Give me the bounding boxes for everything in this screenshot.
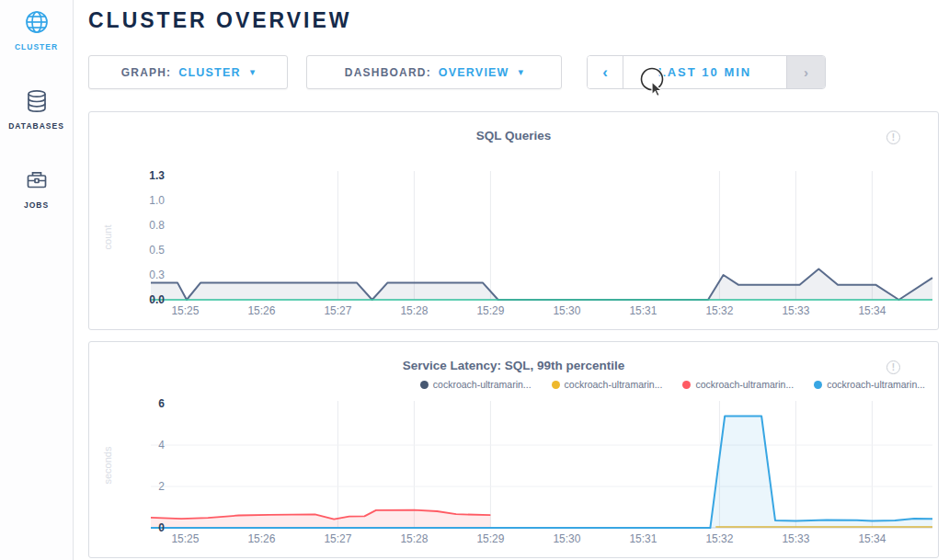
briefcase-icon [0,167,73,197]
chevron-left-icon: ‹ [602,63,608,82]
sidebar-item-label: JOBS [0,200,73,210]
svg-text:15:30: 15:30 [553,304,580,317]
svg-text:2: 2 [158,480,165,493]
svg-text:15:25: 15:25 [171,304,199,317]
svg-text:0.5: 0.5 [149,244,165,257]
sql-queries-chart: 0.00.30.50.81.01.315:2515:2615:2715:2815… [89,112,938,329]
svg-text:15:32: 15:32 [705,304,733,317]
dashboard-dropdown-value: OVERVIEW [439,66,509,79]
svg-text:15:33: 15:33 [782,304,809,317]
svg-text:15:34: 15:34 [858,304,886,317]
svg-text:15:31: 15:31 [629,304,657,317]
svg-text:0.0: 0.0 [149,293,165,306]
service-latency-chart-card: Service Latency: SQL, 99th percentile ! … [88,341,939,558]
sidebar-item-label: CLUSTER [0,42,73,51]
svg-text:15:33: 15:33 [782,532,809,545]
database-icon [0,88,73,118]
graph-dropdown[interactable]: GRAPH: CLUSTER ▾ [88,55,288,89]
chevron-down-icon: ▾ [519,66,524,78]
svg-text:15:28: 15:28 [400,532,428,545]
svg-text:15:26: 15:26 [247,532,275,545]
sidebar: CLUSTER DATABASES JOBS [0,0,74,560]
time-window-selector: ‹ LAST 10 MIN › [587,55,826,89]
svg-text:count: count [102,225,113,250]
svg-text:15:25: 15:25 [171,532,199,545]
svg-text:1.3: 1.3 [149,169,165,182]
svg-text:0.8: 0.8 [149,219,165,232]
sql-queries-chart-card: SQL Queries ! 0.00.30.50.81.01.315:2515:… [88,111,939,330]
dashboard-dropdown-label: DASHBOARD: [345,66,431,79]
chevron-right-icon: › [804,64,808,80]
chevron-down-icon: ▾ [250,66,256,78]
time-window-next-button[interactable]: › [786,56,825,88]
svg-text:0: 0 [158,521,165,534]
controls-bar: GRAPH: CLUSTER ▾ DASHBOARD: OVERVIEW ▾ ‹… [88,55,826,89]
svg-text:15:34: 15:34 [858,532,886,545]
svg-text:15:30: 15:30 [553,532,580,545]
svg-text:15:29: 15:29 [476,532,504,545]
time-window-range-button[interactable]: LAST 10 MIN [623,56,786,88]
page-title: CLUSTER OVERVIEW [88,8,352,33]
svg-text:15:28: 15:28 [400,304,428,317]
dashboard-dropdown[interactable]: DASHBOARD: OVERVIEW ▾ [306,55,562,89]
sidebar-item-label: DATABASES [0,121,73,131]
time-window-range-label: LAST 10 MIN [658,65,751,79]
svg-text:0.3: 0.3 [149,269,165,281]
svg-text:seconds: seconds [102,446,113,484]
svg-text:15:31: 15:31 [629,532,657,545]
service-latency-chart: 024615:2515:2615:2715:2815:2915:3015:311… [89,342,938,557]
graph-dropdown-label: GRAPH: [121,66,172,79]
svg-text:15:32: 15:32 [705,532,733,545]
svg-text:4: 4 [158,439,165,451]
svg-text:15:26: 15:26 [247,304,275,317]
svg-text:6: 6 [158,397,165,410]
svg-text:1.0: 1.0 [149,194,165,207]
svg-text:15:29: 15:29 [476,304,504,317]
time-window-prev-button[interactable]: ‹ [588,56,623,88]
svg-text:15:27: 15:27 [324,532,351,545]
graph-dropdown-value: CLUSTER [178,66,240,79]
sidebar-item-databases[interactable]: DATABASES [0,88,73,131]
sidebar-item-jobs[interactable]: JOBS [0,167,73,210]
svg-text:15:27: 15:27 [324,304,351,317]
globe-icon [0,9,73,39]
sidebar-item-cluster[interactable]: CLUSTER [0,9,73,51]
